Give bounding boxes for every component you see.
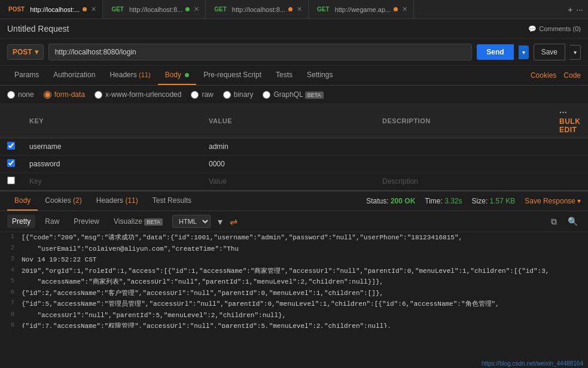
tab-close-2[interactable]: ✕ xyxy=(194,5,199,13)
tab-2[interactable]: GET http://localhost:8... ✕ xyxy=(103,0,206,19)
value-cell-1[interactable]: admin xyxy=(202,138,375,156)
resp-view-preview[interactable]: Preview xyxy=(69,215,104,228)
code-area[interactable]: 1 [{"code":"200","msg":"请求成功","data":{"i… xyxy=(0,232,588,328)
row-checkbox-2[interactable] xyxy=(7,159,15,167)
tab-url-3: http://localhost:8... xyxy=(232,6,285,13)
code-line-7: 7 {"id":5,"accessName":"管理员管理","accessUr… xyxy=(0,299,588,310)
tab-actions: + ··· xyxy=(563,5,588,14)
cookies-link[interactable]: Cookies xyxy=(531,71,556,80)
body-type-bar: none form-data x-www-form-urlencoded raw… xyxy=(0,86,588,104)
comments-button[interactable]: 💬 Comments (0) xyxy=(528,25,581,33)
tab-4[interactable]: GET http://wegame.ap... ✕ xyxy=(309,0,414,19)
search-button[interactable]: 🔍 xyxy=(565,215,581,228)
key-cell-1[interactable]: username xyxy=(22,138,202,156)
tab-method-4: GET xyxy=(315,5,332,13)
response-tab-bar: Body Cookies (2) Headers (11) Test Resul… xyxy=(0,191,588,211)
bulk-edit-button[interactable]: Bulk Edit xyxy=(559,117,580,134)
tab-settings[interactable]: Settings xyxy=(300,66,340,85)
code-line-6: 6 {"id":2,"accessName":"客户管理","accessUrl… xyxy=(0,288,588,299)
code-link[interactable]: Code xyxy=(563,71,581,80)
code-line-8: 8 "accessUrl":"null","parentId":5,"menuL… xyxy=(0,310,588,321)
response-status-bar: Status: 200 OK Time: 3.32s Size: 1.57 KB… xyxy=(366,197,581,205)
resp-view-visualize[interactable]: Visualize BETA xyxy=(109,215,167,228)
resp-view-raw[interactable]: Raw xyxy=(40,215,64,228)
tab-close-4[interactable]: ✕ xyxy=(402,5,407,13)
tab-tests[interactable]: Tests xyxy=(269,66,300,85)
time-label: Time: 3.32s xyxy=(425,197,462,205)
request-title: Untitled Request xyxy=(7,24,69,34)
resp-tab-cookies[interactable]: Cookies (2) xyxy=(38,191,89,211)
table-row: username admin xyxy=(0,138,588,156)
resp-view-pretty[interactable]: Pretty xyxy=(7,215,35,228)
tab-prerequest[interactable]: Pre-request Script xyxy=(196,66,269,85)
tab-dot-4 xyxy=(394,7,398,11)
visualize-beta-badge: BETA xyxy=(144,218,163,226)
save-response-chevron-icon: ▾ xyxy=(577,197,581,205)
send-dropdown-button[interactable]: ▾ xyxy=(519,45,529,59)
code-line-5: 5 "accessName":"商家列表","accessUrl":"null"… xyxy=(0,276,588,288)
send-button[interactable]: Send xyxy=(477,44,513,60)
wrap-icon[interactable]: ⇌ xyxy=(230,216,237,227)
tab-url-2: http://localhost:8... xyxy=(129,6,182,13)
method-select[interactable]: POST ▾ xyxy=(7,44,44,60)
save-button[interactable]: Save xyxy=(534,44,565,60)
response-actions: ⧉ 🔍 xyxy=(548,215,581,228)
url-input[interactable] xyxy=(48,44,473,60)
tab-3[interactable]: GET http://localhost:8... ✕ xyxy=(206,0,309,19)
tab-body[interactable]: Body xyxy=(158,66,197,85)
add-tab-button[interactable]: + xyxy=(568,5,572,14)
col-actions: ··· Bulk Edit xyxy=(552,104,588,138)
desc-cell-1[interactable] xyxy=(375,138,552,156)
resp-tab-test-results[interactable]: Test Results xyxy=(145,191,199,211)
radio-form-data[interactable]: form-data xyxy=(44,90,85,99)
tab-url-4: http://wegame.ap... xyxy=(335,6,391,13)
desc-placeholder[interactable]: Description xyxy=(375,173,552,190)
key-cell-2[interactable]: password xyxy=(22,156,202,173)
method-chevron-icon: ▾ xyxy=(35,48,38,56)
table-more-button[interactable]: ··· xyxy=(559,108,567,117)
tab-url-1: http://localhost:... xyxy=(30,6,80,13)
tab-method-3: GET xyxy=(212,5,229,13)
resp-tab-headers[interactable]: Headers (11) xyxy=(89,191,145,211)
tab-authorization[interactable]: Authorization xyxy=(46,66,102,85)
value-placeholder[interactable]: Value xyxy=(202,173,375,190)
tab-headers[interactable]: Headers (11) xyxy=(102,66,157,85)
tab-dot-2 xyxy=(185,7,190,11)
tab-dot-3 xyxy=(288,7,293,11)
radio-urlencoded[interactable]: x-www-form-urlencoded xyxy=(95,90,181,99)
save-response-button[interactable]: Save Response ▾ xyxy=(525,197,581,205)
format-dropdown-icon[interactable]: ▾ xyxy=(218,216,223,227)
row-checkbox-placeholder[interactable] xyxy=(7,177,15,184)
method-label: POST xyxy=(13,48,32,56)
col-value: VALUE xyxy=(202,104,375,138)
watermark: https://blog.csdn.net/weixin_44488164 xyxy=(482,360,583,367)
tab-method-2: GET xyxy=(109,5,126,13)
key-placeholder[interactable]: Key xyxy=(22,173,202,190)
row-checkbox-1[interactable] xyxy=(7,142,15,150)
copy-button[interactable]: ⧉ xyxy=(548,215,560,228)
resp-tab-body[interactable]: Body xyxy=(7,191,38,211)
col-description: DESCRIPTION xyxy=(375,104,552,138)
response-viewer-bar: Pretty Raw Preview Visualize BETA HTML J… xyxy=(0,211,588,232)
radio-none[interactable]: none xyxy=(7,90,34,99)
save-dropdown-button[interactable]: ▾ xyxy=(570,45,581,60)
status-ok: 200 OK xyxy=(391,197,415,205)
more-tabs-button[interactable]: ··· xyxy=(576,5,583,14)
tab-params[interactable]: Params xyxy=(7,66,46,85)
code-line-9: 9 {"id":7,"accessName":"权限管理","accessUrl… xyxy=(0,321,588,328)
code-line-4: 4 2019","orgId":1,"roleId":1,"access":[{… xyxy=(0,266,588,277)
tab-close-3[interactable]: ✕ xyxy=(297,5,302,13)
desc-cell-2[interactable] xyxy=(375,156,552,173)
tab-1[interactable]: POST http://localhost:... ✕ xyxy=(0,0,103,19)
tab-close-1[interactable]: ✕ xyxy=(91,5,96,13)
value-cell-2[interactable]: 0000 xyxy=(202,156,375,173)
radio-binary[interactable]: binary xyxy=(223,90,254,99)
col-check xyxy=(0,104,22,138)
radio-graphql[interactable]: GraphQL BETA xyxy=(263,90,323,99)
format-select[interactable]: HTML JSON XML Text xyxy=(172,215,211,228)
comment-icon: 💬 xyxy=(528,25,537,33)
code-line-1: 1 [{"code":"200","msg":"请求成功","data":{"i… xyxy=(0,232,588,244)
radio-raw[interactable]: raw xyxy=(191,90,213,99)
url-bar: POST ▾ Send ▾ Save ▾ xyxy=(0,39,588,66)
tab-dot-1 xyxy=(83,7,87,11)
